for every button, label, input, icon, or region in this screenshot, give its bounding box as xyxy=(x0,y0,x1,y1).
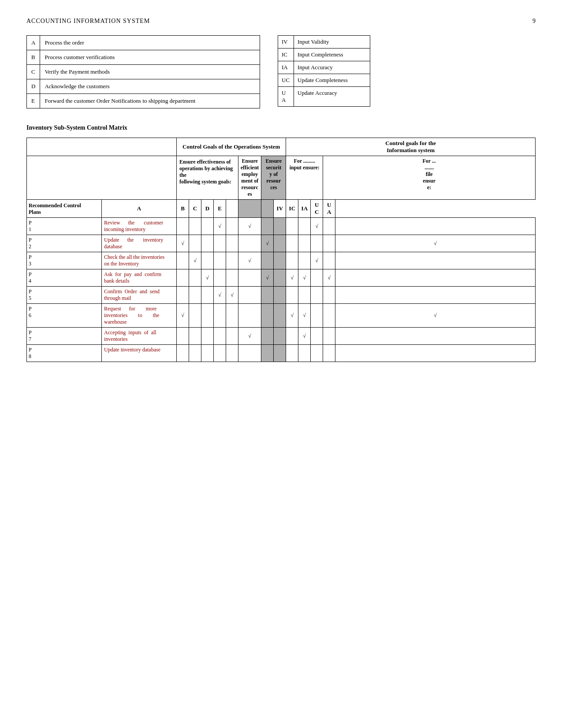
row-id-p6: P6 xyxy=(27,304,102,328)
section-title: Inventory Sub-System Control Matrix xyxy=(26,124,536,131)
check-p8-ia xyxy=(311,345,323,362)
check-p7-e xyxy=(226,328,238,345)
matrix-row-p5: P5 Confirm Order and sendthrough mail √ … xyxy=(27,287,536,304)
col-ic-header: IC xyxy=(286,200,298,218)
check-p3-a xyxy=(177,252,189,269)
ensure-effectiveness-header: Ensure effectiveness ofoperations by ach… xyxy=(177,156,238,200)
row-key: B xyxy=(27,50,40,65)
row-id-p7: P7 xyxy=(27,328,102,345)
page-number: 9 xyxy=(532,18,536,25)
check-p1-c xyxy=(201,218,214,235)
col-eff-header xyxy=(226,200,238,218)
row-text-p1: Review the customerincoming inventory xyxy=(102,218,177,235)
matrix-row-p8: P8 Update inventory database xyxy=(27,345,536,362)
check-p6-e xyxy=(226,304,238,328)
check-p1-b xyxy=(189,218,201,235)
table-row: E Forward the customer Order Notificatio… xyxy=(27,94,260,108)
row-key: IC xyxy=(278,49,294,61)
check-p3-b: √ xyxy=(189,252,201,269)
check-p5-uc xyxy=(323,287,335,304)
row-text-p4: Ask for pay and confirmbank details xyxy=(102,269,177,287)
matrix-row-p1: P1 Review the customerincoming inventory… xyxy=(27,218,536,235)
row-id-p2: P2 xyxy=(27,235,102,252)
row-text-p7: Accepting inputs of allinventories xyxy=(102,328,177,345)
check-p8-c xyxy=(201,345,214,362)
check-p3-d xyxy=(214,252,226,269)
check-p8-eff xyxy=(238,345,261,362)
col-e-header: E xyxy=(214,200,226,218)
matrix-table: Control Goals of the Operations System C… xyxy=(26,138,536,362)
check-p3-ia: √ xyxy=(311,252,323,269)
check-p4-b xyxy=(189,269,201,287)
check-p4-c: √ xyxy=(201,269,214,287)
check-p4-a xyxy=(177,269,189,287)
check-p8-d xyxy=(214,345,226,362)
row-value: Forward the customer Order Notifications… xyxy=(40,94,260,108)
check-p3-c xyxy=(201,252,214,269)
check-p4-uc: √ xyxy=(323,269,335,287)
row-value: Process the order xyxy=(40,36,260,50)
check-p3-ic xyxy=(298,252,311,269)
col-ua-header: UA xyxy=(323,200,335,218)
check-p8-uc xyxy=(323,345,335,362)
check-p2-ic xyxy=(298,235,311,252)
check-p4-ia xyxy=(311,269,323,287)
matrix-row-p7: P7 Accepting inputs of allinventories √ … xyxy=(27,328,536,345)
check-p6-sec1 xyxy=(261,304,274,328)
check-p8-ic xyxy=(298,345,311,362)
row-key: U A xyxy=(278,87,294,107)
ops-system-header: Control Goals of the Operations System xyxy=(177,138,286,156)
check-p7-ia xyxy=(311,328,323,345)
check-p6-eff xyxy=(238,304,261,328)
col-iv-header: IV xyxy=(274,200,286,218)
empty-header xyxy=(27,138,177,156)
check-p8-e xyxy=(226,345,238,362)
matrix-row-p4: P4 Ask for pay and confirmbank details √… xyxy=(27,269,536,287)
check-p7-c xyxy=(201,328,214,345)
check-p5-d: √ xyxy=(214,287,226,304)
check-p7-uc xyxy=(323,328,335,345)
check-p5-eff xyxy=(238,287,261,304)
row-text-p5: Confirm Order and sendthrough mail xyxy=(102,287,177,304)
row-value: Input Completeness xyxy=(294,49,370,61)
check-p6-a: √ xyxy=(177,304,189,328)
for-input-header: For .........input ensure: xyxy=(286,156,323,200)
check-p5-ia xyxy=(311,287,323,304)
row-key: IV xyxy=(278,36,294,49)
table-row: U A Update Accuracy xyxy=(278,87,370,107)
row-id-p4: P4 xyxy=(27,269,102,287)
check-p5-sec2 xyxy=(274,287,286,304)
check-p4-ic: √ xyxy=(298,269,311,287)
col-d-header: D xyxy=(201,200,214,218)
check-p2-e xyxy=(226,235,238,252)
table-row: B Process customer verifications xyxy=(27,50,260,65)
col-sec1-header xyxy=(238,200,261,218)
check-p2-sec2 xyxy=(274,235,286,252)
check-p2-a: √ xyxy=(177,235,189,252)
row-value: Update Accuracy xyxy=(294,87,370,107)
check-p4-e xyxy=(226,269,238,287)
row-id-p8: P8 xyxy=(27,345,102,362)
row-value: Input Validity xyxy=(294,36,370,49)
check-p2-eff xyxy=(238,235,261,252)
check-p1-ia: √ xyxy=(311,218,323,235)
table-row: A Process the order xyxy=(27,36,260,50)
check-p3-e xyxy=(226,252,238,269)
col-a-header: A xyxy=(102,200,177,218)
row-text-p8: Update inventory database xyxy=(102,345,177,362)
check-p6-ic: √ xyxy=(298,304,311,328)
check-p5-ua xyxy=(335,287,536,304)
row-text-p6: Request for moreinventories to thewareho… xyxy=(102,304,177,328)
ensure-efficient-header: Ensureefficientemployment ofresources xyxy=(238,156,261,200)
check-p1-ic xyxy=(298,218,311,235)
check-p2-b xyxy=(189,235,201,252)
table-row: D Acknowledge the customers xyxy=(27,79,260,94)
check-p3-uc xyxy=(323,252,335,269)
check-p2-uc xyxy=(323,235,335,252)
col-b-header: B xyxy=(177,200,189,218)
check-p8-sec2 xyxy=(274,345,286,362)
check-p6-iv: √ xyxy=(286,304,298,328)
check-p6-uc xyxy=(323,304,335,328)
check-p7-ic: √ xyxy=(298,328,311,345)
matrix-row-p2: P2 Update the inventorydatabase √ √ √ xyxy=(27,235,536,252)
